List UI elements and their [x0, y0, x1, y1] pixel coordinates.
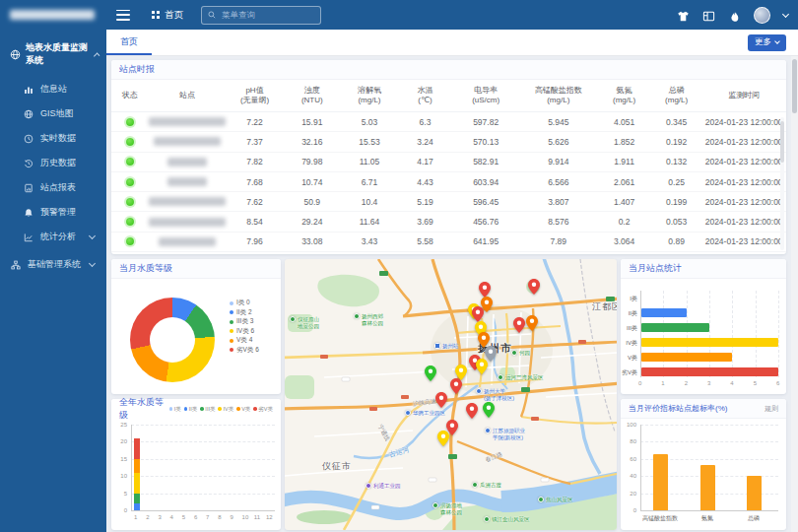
- status-cell: [111, 138, 149, 146]
- legend-marker: [230, 310, 233, 314]
- x-tick: 12: [266, 514, 273, 520]
- station-pin-red[interactable]: [528, 279, 540, 295]
- category-label: 劣V类: [622, 368, 637, 377]
- status-ok-dot: [126, 218, 134, 226]
- column-name: 溶解氧: [358, 86, 381, 96]
- map-poi-industry: 华腾工业园区: [405, 410, 445, 417]
- sidebar-item-1[interactable]: GIS地图: [0, 101, 106, 126]
- value-cell: 641.95: [452, 236, 520, 246]
- station-pin-red[interactable]: [450, 378, 462, 394]
- table-row[interactable]: 7.3732.1615.533.24570.135.6261.8520.1922…: [111, 132, 786, 152]
- value-cell: 5.58: [398, 236, 452, 246]
- value-cell: 15.53: [341, 137, 398, 147]
- sidebar-item-3[interactable]: 历史数据: [0, 151, 106, 175]
- org-icon: [11, 260, 21, 270]
- station-pin-yellow[interactable]: [476, 359, 488, 374]
- user-avatar[interactable]: [754, 7, 770, 24]
- column-unit: (mg/L): [665, 96, 688, 105]
- station-pin-orange[interactable]: [526, 315, 538, 331]
- value-cell: 6.566: [519, 177, 597, 187]
- value-cell: 1.852: [597, 137, 651, 147]
- value-cell: 6.71: [341, 177, 398, 187]
- table-row[interactable]: 7.6250.910.45.19596.453.8071.4070.199202…: [111, 192, 786, 212]
- station-marker-icon: [434, 343, 440, 349]
- value-cell: 3.807: [519, 197, 597, 207]
- gridline: [131, 459, 275, 460]
- value-cell: 0.132: [651, 157, 701, 166]
- value-cell: 9.914: [519, 157, 597, 166]
- station-pin-red[interactable]: [435, 392, 447, 408]
- gridline: [663, 291, 664, 377]
- station-pin-red[interactable]: [466, 403, 478, 419]
- x-tick: 5: [754, 380, 757, 386]
- value-cell: 11.64: [341, 217, 398, 227]
- status-ok-dot: [126, 237, 134, 245]
- y-tick: 5: [113, 491, 127, 497]
- table-scrollbar[interactable]: [780, 117, 784, 250]
- map-poi-park: 润扬湿地森林公园: [432, 502, 462, 515]
- search-input[interactable]: [220, 9, 308, 21]
- legend-item: II类: [184, 406, 198, 413]
- station-pin-red[interactable]: [472, 306, 484, 322]
- table-row[interactable]: 7.6810.746.714.43603.946.5662.0610.25202…: [111, 172, 786, 192]
- sidebar-item-root[interactable]: 基础管理系统: [0, 252, 106, 277]
- industry-marker-icon: [405, 410, 411, 416]
- station-pin-red[interactable]: [513, 317, 525, 333]
- legend-item: V类 4: [230, 336, 259, 346]
- value-cell: 5.626: [519, 137, 597, 147]
- map-poi-school: 扬州大学(扬子津校区): [476, 388, 514, 401]
- x-tick: 2: [685, 380, 688, 386]
- table-row[interactable]: 8.5429.2411.643.69456.768.5760.20.053202…: [111, 212, 786, 232]
- station-pin-green[interactable]: [483, 402, 495, 418]
- time-cell: 2024-01-23 12:00:00: [701, 137, 786, 147]
- column-header: 站点: [149, 80, 227, 111]
- value-cell: 1.911: [597, 157, 651, 166]
- status-cell: [111, 178, 149, 186]
- station-pin-yellow[interactable]: [437, 431, 449, 446]
- flame-icon[interactable]: [728, 9, 741, 22]
- map[interactable]: 扬州市江都区仪征市古运河沪陕高速宁通线春江路扬州站扬州西郊森林公园仪征原山地景公…: [285, 259, 617, 530]
- table-row[interactable]: 7.9633.083.435.58641.957.893.0640.892024…: [111, 233, 786, 252]
- x-tick: 9: [230, 514, 233, 520]
- station-name-redacted: [149, 117, 226, 126]
- sidebar-item-6[interactable]: 统计分析: [0, 225, 106, 249]
- value-cell: 0.2: [597, 217, 651, 227]
- sidebar-item-5[interactable]: 预警管理: [0, 200, 106, 225]
- rules-link[interactable]: 规则: [765, 404, 778, 414]
- value-cell: 33.08: [284, 236, 341, 246]
- value-cell: 582.91: [452, 157, 520, 166]
- legend-label: III类: [205, 406, 215, 413]
- column-name: 氨氮: [617, 86, 632, 96]
- menu-search[interactable]: [201, 6, 321, 25]
- sidebar-item-4[interactable]: 站点报表: [0, 175, 106, 200]
- tabbar: 首页 更多: [106, 30, 798, 56]
- status-cell: [111, 237, 149, 245]
- bar-V类: [641, 353, 732, 362]
- station-name-redacted: [159, 237, 216, 246]
- sidebar-item-0[interactable]: 信息站: [0, 77, 106, 101]
- sidebar-system-root[interactable]: 地表水质量监测系统: [0, 30, 106, 77]
- time-cell: 2024-01-23 12:00:00: [701, 157, 786, 166]
- page-scrollbar[interactable]: [791, 56, 798, 532]
- legend-label: 劣V类 6: [236, 346, 259, 355]
- poi-label: 瓜洲古渡: [480, 482, 501, 489]
- layout-icon[interactable]: [702, 9, 715, 22]
- value-cell: 2.061: [597, 177, 651, 187]
- gridline: [732, 291, 733, 377]
- station-pin-green[interactable]: [425, 366, 436, 381]
- sidebar-item-label: 历史数据: [40, 157, 76, 169]
- station-pin-red[interactable]: [479, 282, 491, 298]
- table-row[interactable]: 7.8279.9811.054.17582.919.9141.9110.1322…: [111, 153, 786, 172]
- grid-icon: [152, 11, 160, 19]
- sidebar-item-2[interactable]: 实时数据: [0, 126, 106, 151]
- more-button[interactable]: 更多: [748, 34, 786, 51]
- nav-home[interactable]: 首页: [152, 9, 183, 22]
- menu-toggle-icon[interactable]: [116, 10, 130, 21]
- tab-home[interactable]: 首页: [106, 30, 152, 55]
- stack-segment-II类: [134, 503, 140, 510]
- table-row[interactable]: 7.2215.915.036.3597.825.9454.0510.345202…: [111, 112, 786, 132]
- theme-shirt-icon[interactable]: [677, 9, 690, 22]
- value-cell: 8.576: [519, 217, 597, 227]
- station-cell: [149, 177, 227, 186]
- user-menu-chevron-down-icon[interactable]: [782, 10, 789, 17]
